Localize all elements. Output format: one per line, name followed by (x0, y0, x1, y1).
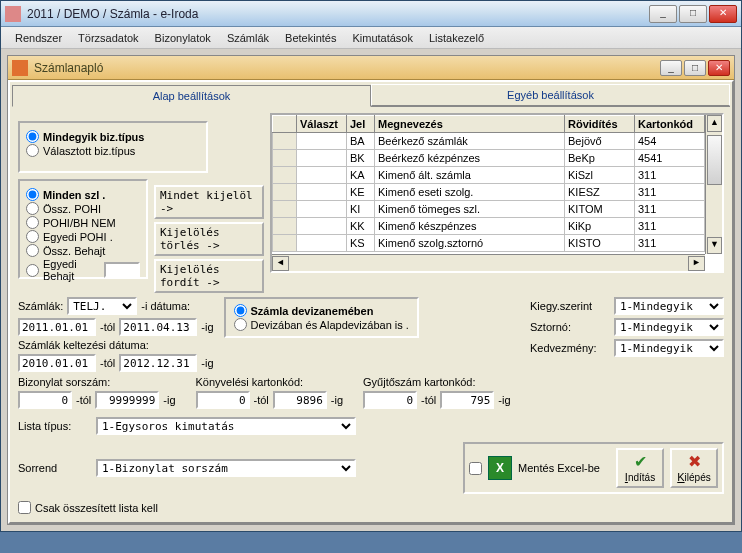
scroll-right-icon[interactable]: ► (688, 256, 705, 271)
table-row[interactable]: BKBeérkező kézpénzesBeKp4541 (273, 150, 722, 167)
table-row[interactable]: KSKimenő szolg.sztornóKISTO311 (273, 235, 722, 252)
maximize-button[interactable]: □ (679, 5, 707, 23)
biz-to-input[interactable] (95, 391, 159, 409)
scroll-down-icon[interactable]: ▼ (707, 237, 722, 254)
kiegy-label: Kiegy.szerint (530, 300, 610, 312)
mindet-kijelol-button[interactable]: Mindet kijelöl -> (154, 185, 264, 219)
scroll-left-icon[interactable]: ◄ (272, 256, 289, 271)
lista-tipus-label: Lista típus: (18, 420, 88, 432)
inner-titlebar: Számlanapló _ □ ✕ (8, 56, 734, 80)
grid-header[interactable]: Jel (347, 116, 375, 133)
menu-betekintes[interactable]: Betekintés (277, 30, 344, 46)
date2-from-input[interactable] (18, 354, 96, 372)
gyujt-to-input[interactable] (440, 391, 494, 409)
szl-group: Minden szl . Össz. POHI POHI/BH NEM Egye… (18, 179, 148, 279)
label-mindegyik-biztipus: Mindegyik biz.típus (43, 131, 144, 143)
menu-torzsadatok[interactable]: Törzsadatok (70, 30, 147, 46)
excel-icon: X (488, 456, 512, 480)
csak-osszesitett-label: Csak összesített lista kell (35, 502, 158, 514)
inditas-button[interactable]: ✔ Indítás (616, 448, 664, 488)
date2-to-input[interactable] (119, 354, 197, 372)
date1-from-input[interactable] (18, 318, 96, 336)
close-icon: ✖ (688, 454, 701, 470)
kedvezmeny-label: Kedvezmény: (530, 342, 610, 354)
menu-bizonylatok[interactable]: Bizonylatok (147, 30, 219, 46)
inner-title: Számlanapló (34, 61, 660, 75)
table-row[interactable]: KEKimenő eseti szolg.KIESZ311 (273, 184, 722, 201)
kedvezmeny-select[interactable]: 1-Mindegyik (614, 339, 724, 357)
kony-from-input[interactable] (196, 391, 250, 409)
grid-header[interactable]: Rövidítés (565, 116, 635, 133)
radio-ossz-pohi[interactable] (26, 202, 39, 215)
biz-from-input[interactable] (18, 391, 72, 409)
kiegy-select[interactable]: 1-Mindegyik (614, 297, 724, 315)
label-minden-szl: Minden szl . (43, 189, 105, 201)
outer-titlebar: 2011 / DEMO / Számla - e-Iroda _ □ ✕ (1, 1, 741, 27)
kijeloles-torles-button[interactable]: Kijelölés törlés -> (154, 222, 264, 256)
inner-maximize-button[interactable]: □ (684, 60, 706, 76)
inner-icon (12, 60, 28, 76)
idatum-label: -i dátuma: (141, 300, 190, 312)
grid-header[interactable]: Választ (297, 116, 347, 133)
radio-pohi-bh-nem[interactable] (26, 216, 39, 229)
minimize-button[interactable]: _ (649, 5, 677, 23)
window-title: 2011 / DEMO / Számla - e-Iroda (27, 7, 649, 21)
inner-minimize-button[interactable]: _ (660, 60, 682, 76)
excel-label: Mentés Excel-be (518, 462, 600, 474)
szamlak-label: Számlák: (18, 300, 63, 312)
radio-minden-szl[interactable] (26, 188, 39, 201)
inner-close-button[interactable]: ✕ (708, 60, 730, 76)
table-row[interactable]: BABeérkező számlákBejövő454 (273, 133, 722, 150)
radio-egyedi-behajt[interactable] (26, 264, 39, 277)
telj-select[interactable]: TELJ. (67, 297, 137, 315)
table-row[interactable]: KKKimenő készpénzesKiKp311 (273, 218, 722, 235)
grid-header[interactable]: Megnevezés (375, 116, 565, 133)
app-icon (5, 6, 21, 22)
label-valasztott-biztipus: Választott biz.típus (43, 145, 135, 157)
sorrend-label: Sorrend (18, 462, 88, 474)
radio-egyedi-pohi[interactable] (26, 230, 39, 243)
scroll-thumb[interactable] (707, 135, 722, 185)
biztipus-group: Mindegyik biz.típus Választott biz.típus (18, 121, 208, 173)
scroll-up-icon[interactable]: ▲ (707, 115, 722, 132)
grid-scrollbar-vertical[interactable]: ▲ ▼ (705, 115, 722, 254)
tab-alap-beallitasok[interactable]: Alap beállítások (12, 85, 371, 107)
grid-header[interactable]: Kartonkód (635, 116, 705, 133)
menu-listakezelo[interactable]: Listakezelő (421, 30, 492, 46)
gyujt-from-input[interactable] (363, 391, 417, 409)
keltezes-label: Számlák keltezési dátuma: (18, 339, 214, 351)
kony-to-input[interactable] (273, 391, 327, 409)
table-row[interactable]: KAKimenő ált. számlaKiSzl311 (273, 167, 722, 184)
tab-egyeb-beallitasok[interactable]: Egyéb beállítások (371, 84, 730, 106)
menu-kimutatasok[interactable]: Kimutatások (344, 30, 421, 46)
excel-checkbox[interactable] (469, 462, 482, 475)
sorrend-select[interactable]: 1-Bizonylat sorszám (96, 459, 356, 477)
gyujtoszam-label: Gyűjtőszám kartonkód: (363, 376, 511, 388)
sztorno-select[interactable]: 1-Mindegyik (614, 318, 724, 336)
radio-valasztott-biztipus[interactable] (26, 144, 39, 157)
biz-sorszam-label: Bizonylat sorszám: (18, 376, 176, 388)
menu-rendszer[interactable]: Rendszer (7, 30, 70, 46)
radio-ossz-behajt[interactable] (26, 244, 39, 257)
check-icon: ✔ (634, 454, 647, 470)
sztorno-label: Sztornó: (530, 321, 610, 333)
radio-deviza-alapdeviza[interactable] (234, 318, 247, 331)
menu-szamlak[interactable]: Számlák (219, 30, 277, 46)
close-button[interactable]: ✕ (709, 5, 737, 23)
grid[interactable]: VálasztJelMegnevezésRövidítésKartonkódBA… (270, 113, 724, 273)
grid-scrollbar-horizontal[interactable]: ◄ ► (272, 254, 705, 271)
date1-to-input[interactable] (119, 318, 197, 336)
deviza-group: Számla devizanemében Devizában és Alapde… (224, 297, 419, 338)
csak-osszesitett-checkbox[interactable] (18, 501, 31, 514)
egyedi-behajt-input[interactable] (104, 262, 140, 278)
kijeloles-fordit-button[interactable]: Kijelölés fordít -> (154, 259, 264, 293)
kilepes-button[interactable]: ✖ Kilépés (670, 448, 718, 488)
radio-szamla-deviza[interactable] (234, 304, 247, 317)
menubar: Rendszer Törzsadatok Bizonylatok Számlák… (1, 27, 741, 49)
konyvelesi-label: Könyvelési kartonkód: (196, 376, 344, 388)
lista-tipus-select[interactable]: 1-Egysoros kimutatás (96, 417, 356, 435)
radio-mindegyik-biztipus[interactable] (26, 130, 39, 143)
table-row[interactable]: KIKimenő tömeges szl.KITOM311 (273, 201, 722, 218)
